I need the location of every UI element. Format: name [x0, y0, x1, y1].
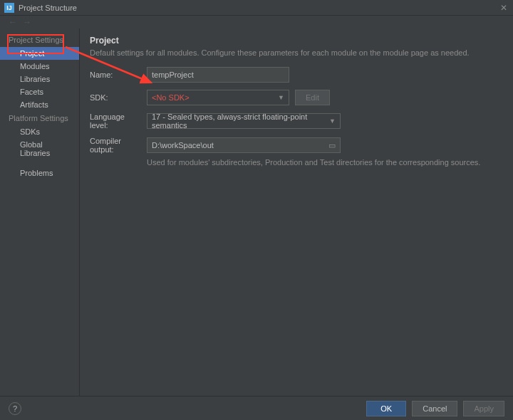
apply-button[interactable]: Apply [463, 401, 504, 416]
help-button[interactable]: ? [9, 402, 21, 415]
name-input[interactable] [147, 67, 289, 83]
window-title: Project Structure [19, 4, 499, 12]
sidebar-item-modules[interactable]: Modules [0, 60, 79, 73]
back-icon[interactable]: ← [9, 17, 17, 27]
page-subtitle: Default settings for all modules. Config… [90, 48, 499, 57]
compiler-output-hint: Used for modules' subdirectories, Produc… [147, 158, 499, 167]
row-compiler-output: Compiler output: D:\workSpace\out ▭ [90, 137, 499, 154]
sidebar-item-sdks[interactable]: SDKs [0, 125, 79, 138]
language-level-select[interactable]: 17 - Sealed types, always-strict floatin… [147, 113, 341, 129]
sidebar-item-label: Problems [20, 169, 53, 177]
row-language-level: Language level: 17 - Sealed types, alway… [90, 112, 499, 130]
sidebar-item-libraries[interactable]: Libraries [0, 73, 79, 85]
sidebar-item-artifacts[interactable]: Artifacts [0, 98, 79, 111]
close-icon[interactable]: ✕ [499, 3, 509, 13]
compiler-output-input[interactable]: D:\workSpace\out ▭ [147, 137, 341, 153]
sidebar-section-project-settings: Project Settings [0, 33, 79, 47]
sdk-value: <No SDK> [152, 93, 190, 102]
language-level-value: 17 - Sealed types, always-strict floatin… [152, 112, 329, 130]
sidebar-item-label: Facets [20, 88, 43, 96]
sidebar-section-platform-settings: Platform Settings [0, 111, 79, 125]
ok-button[interactable]: OK [366, 401, 406, 416]
forward-icon[interactable]: → [23, 17, 31, 27]
sidebar-item-global-libraries[interactable]: Global Libraries [0, 138, 79, 159]
footer: ? OK Cancel Apply [0, 396, 513, 420]
sidebar-item-label: Libraries [20, 75, 50, 83]
sidebar-item-label: Project [20, 49, 44, 58]
compiler-output-label: Compiler output: [90, 137, 141, 154]
language-level-label: Language level: [90, 112, 141, 130]
sdk-label: SDK: [90, 93, 141, 102]
sidebar: Project Settings Project Modules Librari… [0, 28, 80, 396]
nav-row: ← → [0, 16, 513, 28]
page-title: Project [90, 36, 499, 46]
row-name: Name: [90, 67, 499, 83]
chevron-down-icon: ▼ [329, 117, 336, 125]
sidebar-item-facets[interactable]: Facets [0, 85, 79, 98]
sidebar-item-label: Artifacts [20, 100, 48, 109]
sidebar-item-label: Global Libraries [20, 140, 50, 157]
body: Project Settings Project Modules Librari… [0, 28, 513, 396]
name-label: Name: [90, 70, 141, 79]
cancel-button[interactable]: Cancel [412, 401, 457, 416]
sidebar-item-project[interactable]: Project [0, 47, 79, 60]
edit-sdk-button[interactable]: Edit [295, 90, 330, 105]
compiler-output-value: D:\workSpace\out [152, 141, 214, 149]
chevron-down-icon: ▼ [278, 94, 284, 101]
sdk-select[interactable]: <No SDK> ▼ [147, 90, 289, 105]
main-panel: Project Default settings for all modules… [80, 28, 513, 396]
sidebar-item-problems[interactable]: Problems [0, 167, 79, 179]
app-icon: IJ [4, 3, 14, 13]
sidebar-item-label: SDKs [20, 127, 40, 136]
title-bar: IJ Project Structure ✕ [0, 0, 513, 16]
row-sdk: SDK: <No SDK> ▼ Edit [90, 90, 499, 105]
sidebar-item-label: Modules [20, 62, 50, 70]
folder-icon[interactable]: ▭ [328, 141, 336, 150]
